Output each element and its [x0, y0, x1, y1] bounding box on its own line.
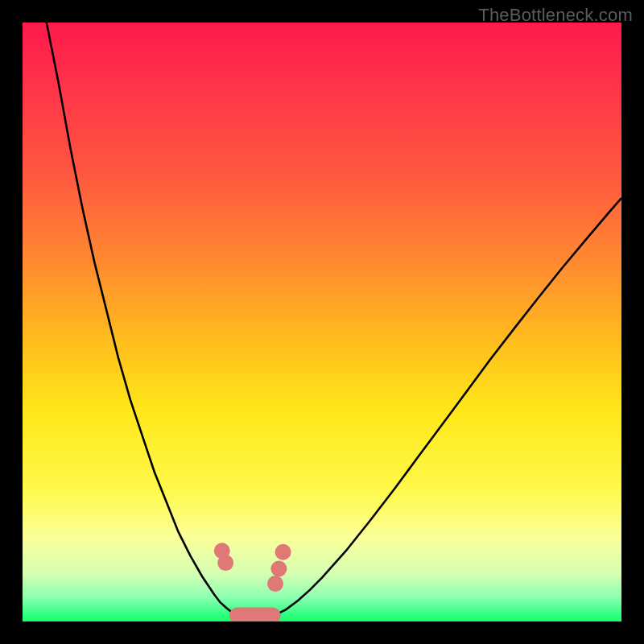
right-curve — [275, 198, 622, 616]
chart-plot-area — [23, 23, 621, 621]
marker-right-mid — [270, 561, 287, 577]
marker-right-lower — [267, 576, 283, 592]
chart-frame: TheBottleneck.com — [0, 0, 644, 644]
marker-left-lower — [217, 555, 233, 571]
watermark-text: TheBottleneck.com — [478, 5, 633, 26]
left-curve — [47, 23, 238, 616]
marker-floor-pill — [229, 608, 281, 621]
chart-svg — [23, 23, 621, 621]
marker-right-upper — [275, 544, 291, 560]
